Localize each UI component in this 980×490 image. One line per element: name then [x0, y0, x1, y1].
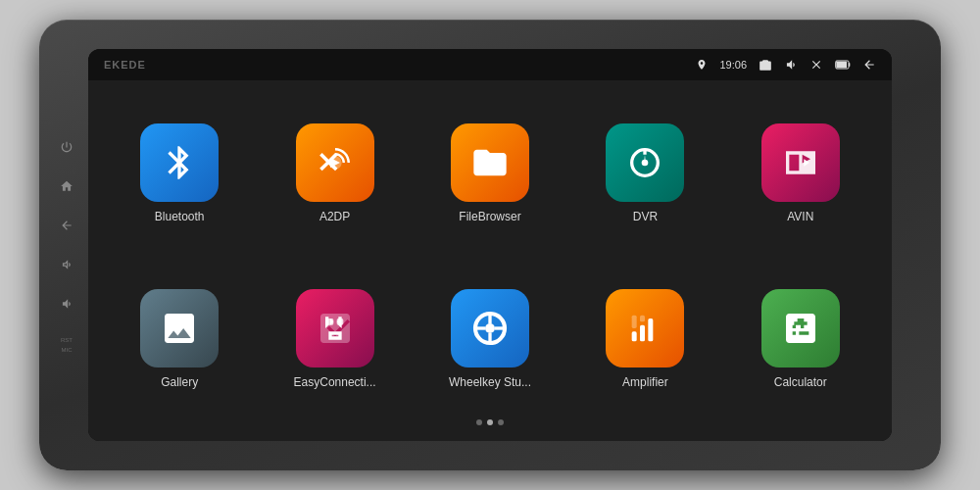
power-button[interactable]	[57, 137, 76, 157]
wheelkey-icon	[451, 289, 529, 368]
camera-icon	[759, 58, 772, 72]
dvr-icon	[606, 123, 684, 202]
app-bluetooth[interactable]: Bluetooth	[108, 96, 251, 250]
wheelkey-label: Wheelkey Stu...	[449, 375, 531, 389]
app-area: Bluetooth A2DP	[88, 80, 892, 441]
app-gallery[interactable]: Gallery	[108, 262, 251, 416]
dot-1	[476, 419, 482, 425]
volume-icon	[784, 58, 798, 72]
vol-down-button[interactable]	[57, 294, 76, 314]
screen: EKEDE 19:06	[88, 49, 892, 441]
svg-rect-2	[836, 62, 847, 69]
status-left: EKEDE	[104, 59, 146, 71]
battery-icon	[835, 59, 851, 71]
home-button[interactable]	[57, 176, 76, 196]
svg-rect-20	[640, 315, 645, 321]
rst-label: RST	[61, 337, 73, 343]
gallery-icon	[140, 289, 219, 368]
dot-2	[487, 419, 493, 425]
nav-back-icon[interactable]	[862, 58, 876, 72]
easyconnect-label: EasyConnecti...	[294, 375, 376, 389]
app-filebrowser[interactable]: FileBrowser	[418, 96, 562, 250]
easyconnect-icon	[296, 289, 374, 368]
calculator-label: Calculator	[774, 375, 827, 389]
device: RST MIC EKEDE 19:06	[39, 20, 941, 470]
svg-rect-1	[849, 63, 850, 67]
svg-rect-17	[640, 324, 645, 341]
a2dp-label: A2DP	[319, 210, 350, 223]
app-calculator[interactable]: Calculator	[729, 262, 872, 416]
avin-icon	[761, 123, 840, 202]
amplifier-label: Amplifier	[622, 375, 668, 389]
bluetooth-icon	[140, 123, 219, 202]
mic-label: MIC	[62, 347, 73, 353]
app-wheelkey[interactable]: Wheelkey Stu...	[418, 262, 562, 416]
brand-text: EKEDE	[104, 59, 146, 71]
calculator-icon	[761, 289, 840, 368]
dvr-label: DVR	[633, 210, 658, 223]
svg-point-5	[642, 159, 649, 166]
gallery-label: Gallery	[161, 375, 198, 389]
page-indicator	[108, 416, 872, 429]
amplifier-icon	[606, 289, 684, 368]
app-a2dp[interactable]: A2DP	[263, 96, 406, 250]
back-button[interactable]	[57, 216, 76, 235]
filebrowser-icon	[451, 123, 529, 202]
status-right: 19:06	[696, 58, 876, 72]
app-easyconnect[interactable]: EasyConnecti...	[263, 262, 406, 416]
svg-rect-16	[632, 331, 637, 341]
signal-icon	[809, 58, 823, 72]
app-dvr[interactable]: DVR	[573, 96, 716, 250]
filebrowser-label: FileBrowser	[459, 210, 520, 223]
app-grid: Bluetooth A2DP	[108, 96, 872, 416]
time-display: 19:06	[719, 59, 747, 71]
svg-rect-19	[632, 315, 637, 327]
dot-3	[498, 419, 504, 425]
bluetooth-label: Bluetooth	[155, 210, 205, 223]
avin-label: AVIN	[787, 210, 813, 223]
a2dp-icon	[296, 123, 374, 202]
app-amplifier[interactable]: Amplifier	[573, 262, 716, 416]
side-controls: RST MIC	[57, 137, 76, 353]
app-avin[interactable]: AVIN	[729, 96, 872, 250]
status-bar: EKEDE 19:06	[88, 49, 892, 80]
vol-up-button[interactable]	[57, 255, 76, 274]
svg-point-11	[485, 323, 495, 333]
location-icon	[696, 59, 708, 71]
svg-rect-18	[649, 318, 654, 341]
